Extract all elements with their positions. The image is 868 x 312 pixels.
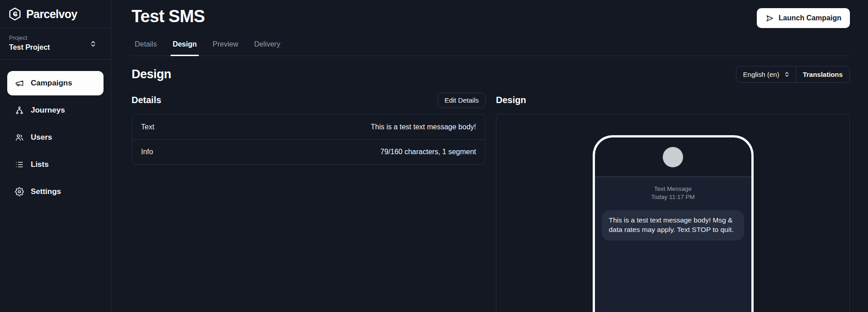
project-name: Test Project: [9, 43, 102, 52]
tab-delivery[interactable]: Delivery: [251, 38, 283, 56]
tab-preview[interactable]: Preview: [209, 38, 241, 56]
page-title: Test SMS: [132, 8, 205, 25]
launch-campaign-label: Launch Campaign: [778, 14, 841, 22]
gear-icon: [15, 187, 24, 196]
launch-campaign-button[interactable]: Launch Campaign: [757, 8, 850, 28]
row-label: Text: [141, 123, 154, 131]
sidebar-item-label: Users: [31, 133, 52, 142]
design-tab-content: Design English (en) Translations Details: [111, 56, 868, 312]
sidebar-item-label: Lists: [31, 160, 49, 169]
sidebar-item-campaigns[interactable]: Campaigns: [7, 71, 104, 95]
campaign-header: Test SMS Launch Campaign: [111, 0, 868, 28]
sms-preview-card: Text Message Today 11:17 PM This is a te…: [496, 114, 850, 312]
row-value: 79/160 characters, 1 segment: [380, 148, 476, 156]
phone-mockup: Text Message Today 11:17 PM This is a te…: [593, 135, 754, 312]
sidebar-item-journeys[interactable]: Journeys: [7, 98, 104, 123]
preview-section-head: Design: [496, 92, 850, 108]
tab-design[interactable]: Design: [170, 38, 200, 56]
message-header: Text Message Today 11:17 PM: [595, 185, 751, 201]
sidebar-item-lists[interactable]: Lists: [7, 152, 104, 177]
sidebar-item-label: Settings: [31, 187, 61, 196]
design-columns: Details Edit Details Text This is a test…: [132, 92, 850, 312]
design-heading: Design: [132, 67, 171, 81]
app-root: Parcelvoy Project Test Project Campaigns: [0, 0, 868, 312]
edit-details-button[interactable]: Edit Details: [438, 93, 486, 108]
sidebar-item-settings[interactable]: Settings: [7, 180, 104, 204]
project-selector[interactable]: Project Test Project: [0, 28, 111, 60]
sms-bubble: This is a test text message body! Msg & …: [602, 210, 744, 241]
design-page-head: Design English (en) Translations: [132, 66, 850, 83]
table-row: Text This is a test text message body!: [132, 114, 485, 139]
language-group: English (en) Translations: [736, 66, 850, 83]
users-icon: [15, 133, 24, 142]
message-header-line1: Text Message: [595, 185, 751, 193]
details-table: Text This is a test text message body! I…: [132, 114, 486, 165]
row-value: This is a test text message body!: [371, 123, 476, 131]
megaphone-icon: [15, 79, 24, 88]
chevrons-up-down-icon: [783, 71, 790, 78]
sidebar-nav: Campaigns Journeys Users: [0, 60, 111, 215]
preview-heading: Design: [496, 95, 526, 105]
details-column: Details Edit Details Text This is a test…: [132, 92, 486, 312]
phone-top-bar: [595, 137, 751, 177]
chevrons-up-down-icon: [89, 40, 97, 48]
message-header-line2: Today 11:17 PM: [595, 193, 751, 201]
logo[interactable]: Parcelvoy: [0, 0, 111, 28]
send-icon: [765, 14, 774, 23]
main-area: Test SMS Launch Campaign Details Design …: [111, 0, 868, 312]
sidebar-item-label: Journeys: [31, 106, 65, 115]
sidebar-item-label: Campaigns: [31, 79, 72, 88]
table-row: Info 79/160 characters, 1 segment: [132, 139, 485, 164]
preview-column: Design Text Message Today 11:17 PM: [496, 92, 850, 312]
journey-fork-icon: [15, 106, 24, 115]
row-label: Info: [141, 148, 153, 156]
details-heading: Details: [132, 95, 161, 105]
language-selected-value: English (en): [743, 71, 779, 78]
tab-details[interactable]: Details: [132, 38, 160, 56]
phone-camera-icon: [663, 147, 683, 167]
details-section-head: Details Edit Details: [132, 92, 486, 108]
phone-screen: Text Message Today 11:17 PM This is a te…: [595, 177, 751, 312]
list-icon: [15, 160, 24, 169]
sidebar: Parcelvoy Project Test Project Campaigns: [0, 0, 111, 312]
campaign-tabbar: Details Design Preview Delivery: [132, 38, 850, 56]
project-label: Project: [9, 34, 102, 41]
language-selector[interactable]: English (en): [736, 66, 796, 82]
sidebar-item-users[interactable]: Users: [7, 125, 104, 150]
brand-name: Parcelvoy: [26, 8, 77, 21]
translations-button[interactable]: Translations: [796, 66, 849, 82]
parcelvoy-logo-icon: [8, 7, 22, 21]
